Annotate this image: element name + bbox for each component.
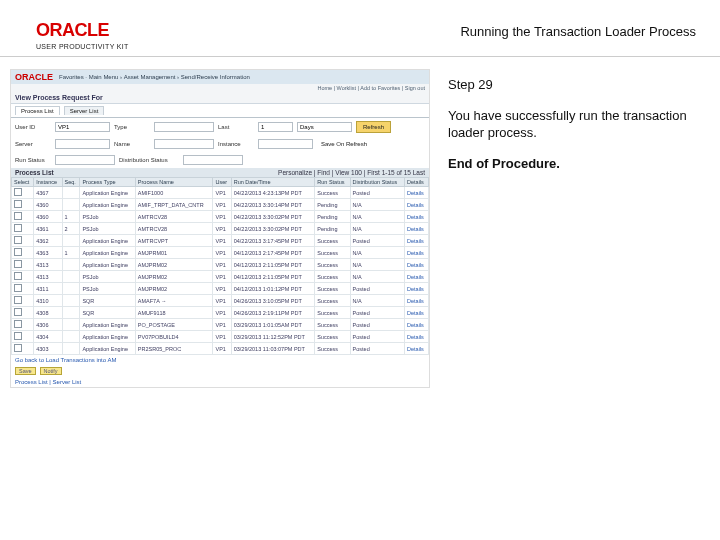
- table-row: 43601PSJobAMTRCV28VP104/22/2013 3:30:02P…: [12, 211, 429, 223]
- details-link[interactable]: Details: [405, 247, 429, 259]
- table-row: 43631Application EngineAMJPRM01VP104/12/…: [12, 247, 429, 259]
- input-type[interactable]: [154, 122, 214, 132]
- input-diststatus[interactable]: [183, 155, 243, 165]
- row-checkbox[interactable]: [14, 200, 22, 208]
- details-link[interactable]: Details: [405, 199, 429, 211]
- label-type: Type: [114, 124, 150, 130]
- grid-col: Distribution Status: [350, 178, 404, 187]
- oracle-logo: ORACLE: [36, 20, 156, 41]
- input-server[interactable]: [55, 139, 110, 149]
- refresh-button[interactable]: Refresh: [356, 121, 391, 133]
- grid-col: Instance: [34, 178, 62, 187]
- input-days[interactable]: [297, 122, 352, 132]
- tabs-footer: Process List | Server List: [11, 377, 429, 387]
- app-logo: ORACLE: [15, 72, 53, 82]
- step-body: You have successfully run the transactio…: [448, 108, 696, 142]
- grid-col: Details: [405, 178, 429, 187]
- table-row: 4362Application EngineAMTRCVPTVP104/22/2…: [12, 235, 429, 247]
- label-server: Server: [15, 141, 51, 147]
- page-title: View Process Request For: [11, 92, 429, 104]
- grid-col: Run Status: [315, 178, 350, 187]
- details-link[interactable]: Details: [405, 187, 429, 199]
- menu-item[interactable]: Main Menu: [89, 74, 119, 80]
- link-worklist[interactable]: Worklist: [337, 85, 356, 91]
- label-userid: User ID: [15, 124, 51, 130]
- row-checkbox[interactable]: [14, 332, 22, 340]
- table-row: 4313Application EngineAMJPRM02VP104/12/2…: [12, 259, 429, 271]
- input-runstatus[interactable]: [55, 155, 115, 165]
- input-userid[interactable]: [55, 122, 110, 132]
- grid-footer: Go back to Load Transactions into AM: [11, 355, 429, 365]
- menu-item[interactable]: Favorites: [59, 74, 84, 80]
- grid-col: User: [213, 178, 231, 187]
- label-diststatus: Distribution Status: [119, 157, 179, 163]
- input-last[interactable]: [258, 122, 293, 132]
- grid-title: Process List Personalize | Find | View 1…: [11, 168, 429, 177]
- brand-subtitle: USER PRODUCTIVITY KIT: [36, 43, 156, 50]
- notify-button[interactable]: Notify: [40, 367, 62, 375]
- grid-col: Seq.: [62, 178, 80, 187]
- details-link[interactable]: Details: [405, 283, 429, 295]
- grid-col: Process Name: [135, 178, 213, 187]
- row-checkbox[interactable]: [14, 296, 22, 304]
- menu-item[interactable]: Asset Management: [124, 74, 176, 80]
- details-link[interactable]: Details: [405, 271, 429, 283]
- table-row: 4360Application EngineAMIF_TRPT_DATA_CNT…: [12, 199, 429, 211]
- details-link[interactable]: Details: [405, 307, 429, 319]
- row-checkbox[interactable]: [14, 320, 22, 328]
- table-row: 4313PSJobAMJPRM02VP104/12/2013 2:11:05PM…: [12, 271, 429, 283]
- details-link[interactable]: Details: [405, 319, 429, 331]
- details-link[interactable]: Details: [405, 211, 429, 223]
- table-row: 4367Application EngineAMIF1000VP104/22/2…: [12, 187, 429, 199]
- row-checkbox[interactable]: [14, 344, 22, 352]
- label-last: Last: [218, 124, 254, 130]
- row-checkbox[interactable]: [14, 260, 22, 268]
- step-end: End of Procedure.: [448, 156, 696, 171]
- save-button[interactable]: Save: [15, 367, 36, 375]
- top-links: Home | Worklist | Add to Favorites | Sig…: [11, 84, 429, 92]
- process-grid: SelectInstanceSeq.Process TypeProcess Na…: [11, 177, 429, 355]
- app-menubar: ORACLE Favorites · Main Menu › Asset Man…: [11, 70, 429, 84]
- tab-process-list[interactable]: Process List: [15, 106, 60, 115]
- table-row: 4308SQRAMUF9118VP104/26/2013 2:19:11PM P…: [12, 307, 429, 319]
- link-home[interactable]: Home: [317, 85, 332, 91]
- input-name[interactable]: [154, 139, 214, 149]
- row-checkbox[interactable]: [14, 212, 22, 220]
- link-signout[interactable]: Sign out: [405, 85, 425, 91]
- grid-range: First 1-15 of 15 Last: [367, 169, 425, 176]
- instruction-panel: Step 29 You have successfully run the tr…: [430, 69, 696, 388]
- label-instance: Instance: [218, 141, 254, 147]
- row-checkbox[interactable]: [14, 188, 22, 196]
- input-instance[interactable]: [258, 139, 313, 149]
- table-row: 4310SQRAMAF7A →VP104/26/2013 3:10:05PM P…: [12, 295, 429, 307]
- doc-title: Running the Transaction Loader Process: [460, 20, 696, 39]
- row-checkbox[interactable]: [14, 248, 22, 256]
- grid-col: Run Date/Time: [231, 178, 315, 187]
- step-number: Step 29: [448, 77, 696, 92]
- tab-server-list[interactable]: Server List: [64, 106, 105, 115]
- table-row: 4306Application EnginePO_POSTAGEVP103/29…: [12, 319, 429, 331]
- link-fav[interactable]: Add to Favorites: [360, 85, 400, 91]
- row-checkbox[interactable]: [14, 236, 22, 244]
- table-row: 4303Application EnginePR2SR05_PROCVP103/…: [12, 343, 429, 355]
- table-row: 4304Application EnginePV07POBUILD4VP103/…: [12, 331, 429, 343]
- table-row: 4311PSJobAMJPRM02VP104/12/2013 1:01:12PM…: [12, 283, 429, 295]
- label-runstatus: Run Status: [15, 157, 51, 163]
- details-link[interactable]: Details: [405, 343, 429, 355]
- details-link[interactable]: Details: [405, 331, 429, 343]
- row-checkbox[interactable]: [14, 284, 22, 292]
- grid-toolbar[interactable]: Personalize | Find | View 100 |: [278, 169, 367, 176]
- grid-col: Select: [12, 178, 34, 187]
- details-link[interactable]: Details: [405, 259, 429, 271]
- row-checkbox[interactable]: [14, 308, 22, 316]
- menu-item[interactable]: Send/Receive Information: [181, 74, 250, 80]
- goback-link[interactable]: Go back to Load Transactions into AM: [15, 357, 116, 363]
- details-link[interactable]: Details: [405, 235, 429, 247]
- brand: ORACLE USER PRODUCTIVITY KIT: [36, 20, 156, 50]
- details-link[interactable]: Details: [405, 295, 429, 307]
- row-checkbox[interactable]: [14, 224, 22, 232]
- details-link[interactable]: Details: [405, 223, 429, 235]
- row-checkbox[interactable]: [14, 272, 22, 280]
- table-row: 43612PSJobAMTRCV28VP104/22/2013 3:30:02P…: [12, 223, 429, 235]
- label-name: Name: [114, 141, 150, 147]
